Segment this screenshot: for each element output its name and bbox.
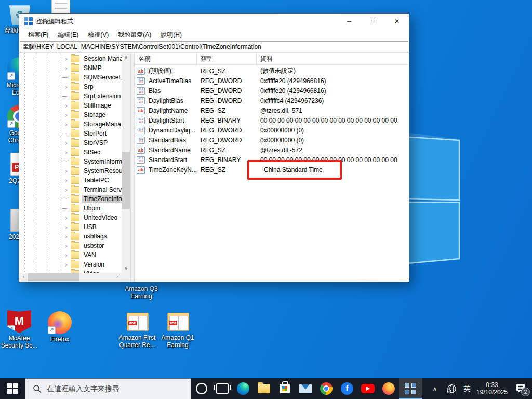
start-button[interactable] [0, 378, 25, 399]
registry-value-row[interactable]: 011110StandardBiasREG_DWORD0x00000000 (0… [135, 135, 409, 145]
expand-chevron-icon[interactable]: › [62, 261, 71, 268]
expand-chevron-icon[interactable]: › [62, 187, 71, 193]
tree-item-unitedvideo[interactable]: ›UnitedVideo [19, 213, 122, 222]
tree-item-storport[interactable]: StorPort [19, 129, 122, 138]
desktop-icon-amazon-q1[interactable]: PDFAmazon Q1 Earning [157, 310, 198, 349]
tree-item-systemresou[interactable]: ›SystemResou [19, 166, 122, 176]
tree-connector [62, 96, 68, 97]
desktop-icon-doc-top[interactable] [41, 0, 81, 14]
tree-item-video[interactable]: ›Video [19, 269, 122, 273]
scroll-down-icon[interactable]: ∨ [122, 264, 130, 273]
desktop-icon-mcafee[interactable]: ↗McAfee Security Sc... [0, 310, 39, 349]
tree-item-terminal-serv[interactable]: ›Terminal Serv [19, 185, 122, 194]
tree-item-tabletpc[interactable]: ›TabletPC [19, 176, 122, 185]
taskbar-task-view-button[interactable] [212, 378, 233, 399]
menu-file[interactable]: 檔案(F) [23, 30, 53, 41]
expand-chevron-icon[interactable]: › [62, 215, 71, 221]
taskbar-youtube-button[interactable] [357, 378, 378, 399]
tree-item-label: Session Mana [82, 55, 122, 63]
tree-item-srpextension[interactable]: SrpExtension [19, 91, 122, 101]
expand-chevron-icon[interactable]: › [62, 84, 71, 90]
network-status-button[interactable] [443, 378, 460, 399]
taskbar-edge-button[interactable] [233, 378, 254, 399]
tree-item-stillimage[interactable]: ›StillImage [19, 101, 122, 110]
taskbar-chrome-button[interactable] [316, 378, 337, 399]
expand-chevron-icon[interactable]: › [62, 121, 71, 127]
tree-item-usb[interactable]: ›USB [19, 222, 122, 232]
taskbar-file-explorer-button[interactable] [254, 378, 274, 399]
expand-chevron-icon[interactable]: › [62, 56, 71, 62]
tree-item-usbflags[interactable]: ›usbflags [19, 232, 122, 241]
maximize-button[interactable]: □ [361, 14, 385, 29]
expand-chevron-icon[interactable]: › [62, 140, 71, 146]
registry-value-row[interactable]: abStandardNameREG_SZ@tzres.dll,-572 [135, 145, 409, 155]
column-header-type[interactable]: 類型 [197, 53, 257, 64]
expand-chevron-icon[interactable]: › [62, 252, 71, 258]
tree-item-storvsp[interactable]: ›StorVSP [19, 138, 122, 148]
taskbar-registry-editor-button[interactable] [399, 378, 422, 399]
tree-item-sqmservicel[interactable]: SQMServiceL [19, 73, 122, 82]
minimize-button[interactable]: ─ [337, 14, 361, 29]
registry-value-row[interactable]: 011110DynamicDaylig...REG_DWORD0x0000000… [135, 125, 409, 135]
value-type: REG_DWORD [197, 127, 257, 134]
taskbar-firefox-button[interactable] [378, 378, 399, 399]
tree-item-usbstor[interactable]: ›usbstor [19, 241, 122, 250]
expand-chevron-icon[interactable]: › [62, 65, 71, 71]
registry-value-row[interactable]: 011110ActiveTimeBiasREG_DWORD0xfffffe20 … [135, 76, 409, 86]
tree-horizontal-scrollbar[interactable]: ‹ › [19, 273, 122, 282]
tree-item-storagemana[interactable]: ›StorageMana [19, 119, 122, 129]
tree-hscroll-thumb[interactable] [28, 273, 79, 281]
registry-value-row[interactable]: ab(預設值)REG_SZ(數值未設定) [135, 66, 409, 76]
address-input[interactable]: 電腦\HKEY_LOCAL_MACHINE\SYSTEM\ControlSet0… [20, 41, 408, 51]
expand-chevron-icon[interactable]: › [62, 149, 71, 155]
tree-item-ubpm[interactable]: Ubpm [19, 204, 122, 213]
menu-view[interactable]: 檢視(V) [83, 30, 113, 41]
language-indicator[interactable]: 英 [460, 378, 474, 399]
show-hidden-icons-button[interactable]: ∧ [427, 378, 443, 399]
tree-item-timezoneinfo[interactable]: TimeZoneInfo [19, 194, 122, 204]
tree-item-storage[interactable]: ›Storage [19, 110, 122, 119]
tree-item-van[interactable]: ›VAN [19, 250, 122, 260]
tree-item-systeminform[interactable]: SystemInform [19, 157, 122, 166]
tree-item-session-mana[interactable]: ›Session Mana [19, 54, 122, 63]
tree-item-snmp[interactable]: ›SNMP [19, 63, 122, 73]
menu-help[interactable]: 說明(H) [156, 30, 187, 41]
window-title-bar[interactable]: 登錄編輯程式 ─ □ ✕ [19, 14, 409, 29]
tree-item-stsec[interactable]: ›StSec [19, 148, 122, 157]
clock[interactable]: 0:33 19/10/2025 [474, 378, 510, 399]
close-button[interactable]: ✕ [385, 14, 409, 29]
scroll-left-icon[interactable]: ‹ [19, 273, 28, 282]
scroll-right-icon[interactable]: › [113, 273, 122, 282]
tree-vscroll-thumb[interactable] [122, 152, 130, 209]
taskbar-facebook-button[interactable]: f [337, 378, 357, 399]
registry-value-row[interactable]: 011110DaylightStartREG_BINARY00 00 00 00… [135, 115, 409, 125]
tree-item-srp[interactable]: ›Srp [19, 82, 122, 91]
search-placeholder: 在這裡輸入文字來搜尋 [47, 384, 119, 394]
search-input[interactable]: 在這裡輸入文字來搜尋 [25, 378, 191, 399]
menu-edit[interactable]: 編輯(E) [53, 30, 83, 41]
expand-chevron-icon[interactable]: › [62, 224, 71, 230]
panel-splitter[interactable] [130, 53, 135, 282]
desktop-icon-firefox[interactable]: ↗Firefox [39, 311, 80, 343]
tree-item-version[interactable]: ›Version [19, 260, 122, 269]
scroll-up-icon[interactable]: ∧ [122, 53, 130, 62]
registry-value-row[interactable]: 011110BiasREG_DWORD0xfffffe20 (429496681… [135, 86, 409, 96]
taskbar-cortana-button[interactable] [191, 378, 212, 399]
desktop-icon-amazon-first-quarter[interactable]: PDFAmazon First Quarter Re... [117, 310, 157, 349]
tree-vertical-scrollbar[interactable]: ∧ ∨ [122, 53, 130, 273]
menu-favorites[interactable]: 我的最愛(A) [113, 30, 156, 41]
expand-chevron-icon[interactable]: › [62, 177, 71, 183]
taskbar-mail-button[interactable] [295, 378, 316, 399]
expand-chevron-icon[interactable]: › [62, 233, 71, 240]
expand-chevron-icon[interactable]: › [62, 112, 71, 118]
tree-connector [62, 134, 68, 134]
action-center-button[interactable]: 2 [510, 378, 532, 399]
expand-chevron-icon[interactable]: › [62, 243, 71, 249]
registry-value-row[interactable]: 011110DaylightBiasREG_DWORD0xffffffc4 (4… [135, 96, 409, 105]
expand-chevron-icon[interactable]: › [62, 102, 71, 109]
registry-value-row[interactable]: abDaylightNameREG_SZ@tzres.dll,-571 [135, 105, 409, 115]
taskbar-store-button[interactable] [274, 378, 295, 399]
column-header-name[interactable]: 名稱 [135, 53, 197, 64]
column-header-data[interactable]: 資料 [257, 53, 409, 64]
expand-chevron-icon[interactable]: › [62, 168, 71, 174]
